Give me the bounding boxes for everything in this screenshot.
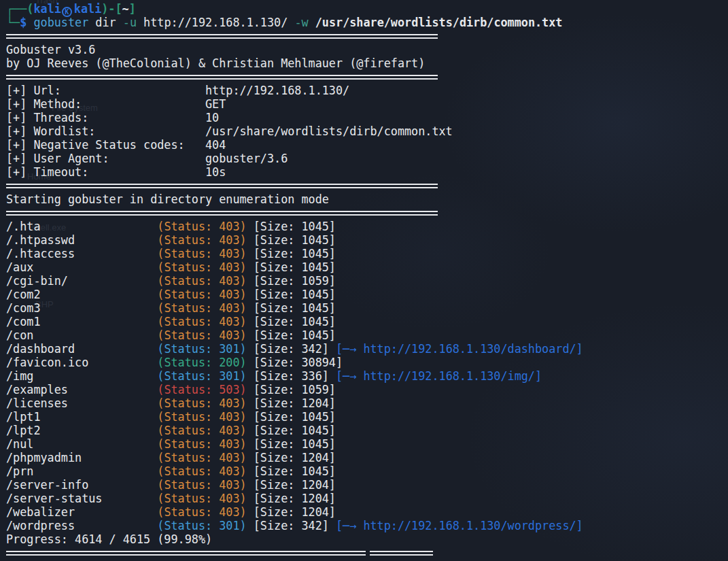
result-size: [Size: 336] <box>247 369 329 383</box>
scan-start-line: Starting gobuster in directory enumerati… <box>6 192 728 206</box>
desktop-background: { "colors": { "bg": "#191e28", "fg": "#e… <box>0 0 728 561</box>
prompt-segment: dir <box>88 16 123 29</box>
scan-option-line: [+] Threads: 10 <box>6 111 728 124</box>
scan-result-line: /nul (Status: 403) [Size: 1045] <box>6 437 728 451</box>
result-size: [Size: 1045] <box>247 315 336 328</box>
prompt-segment: kali <box>33 2 60 16</box>
result-status-badge: (Status: 503) <box>157 383 246 396</box>
prompt-segment <box>27 16 33 29</box>
gobuster-separator <box>6 546 728 560</box>
scan-result-line: /prn (Status: 403) [Size: 1045] <box>6 464 728 478</box>
prompt-segment: gobuster <box>33 16 88 29</box>
prompt-segment: ┌──( <box>6 2 33 16</box>
result-status-badge: (Status: 200) <box>157 356 246 369</box>
terminal-content[interactable]: ┌──(kaliKkali)-[~]└─$ gobuster dir -u ht… <box>0 0 728 561</box>
separator-rule <box>6 34 438 39</box>
scan-option: [+] User Agent: gobuster/3.6 <box>6 152 288 165</box>
gobuster-separator <box>6 29 728 43</box>
scan-result-line: /wordpress (Status: 301) [Size: 342] [─→… <box>6 519 728 532</box>
result-status-badge: (Status: 301) <box>157 519 246 532</box>
scan-result-line: /aux (Status: 403) [Size: 1045] <box>6 260 728 274</box>
result-path: /.hta <box>6 220 157 233</box>
result-status-badge: (Status: 403) <box>157 478 246 492</box>
result-size: [Size: 1204] <box>247 396 336 410</box>
result-size: [Size: 1045] <box>247 220 336 233</box>
result-size: [Size: 1059] <box>247 274 336 288</box>
scan-result-line: /phpmyadmin (Status: 403) [Size: 1204] <box>6 451 728 464</box>
result-status-badge: (Status: 403) <box>157 260 246 274</box>
scan-result-line: /webalizer (Status: 403) [Size: 1204] <box>6 505 728 519</box>
scan-option: [+] Method: GET <box>6 97 226 111</box>
result-redirect-url: [─→ http://192.168.1.130/dashboard/] <box>329 342 583 356</box>
result-status-badge: (Status: 301) <box>157 369 246 383</box>
scan-result-line: /.htaccess (Status: 403) [Size: 1045] <box>6 247 728 260</box>
result-size: [Size: 342] <box>247 519 329 532</box>
prompt-segment: -w <box>294 16 308 29</box>
prompt-segment: ~ <box>122 2 129 16</box>
result-size: [Size: 1045] <box>247 437 336 451</box>
prompt-segment: $ <box>20 16 27 29</box>
result-status-badge: (Status: 301) <box>157 342 246 356</box>
gobuster-separator <box>6 206 728 220</box>
result-path: /dashboard <box>6 342 157 356</box>
result-path: /webalizer <box>6 505 157 519</box>
scan-progress-line: Progress: 4614 / 4615 (99.98%) <box>6 532 728 546</box>
scan-result-line: /examples (Status: 503) [Size: 1059] <box>6 383 728 396</box>
result-status-badge: (Status: 403) <box>157 328 246 342</box>
result-redirect-url: [─→ http://192.168.1.130/wordpress/] <box>329 519 583 532</box>
scan-result-line: /com3 (Status: 403) [Size: 1045] <box>6 301 728 315</box>
scan-result-line: /.hta (Status: 403) [Size: 1045] <box>6 220 728 233</box>
gobuster-version: Gobuster v3.6 <box>6 43 95 56</box>
result-path: /server-info <box>6 478 157 492</box>
result-status-badge: (Status: 403) <box>157 492 246 505</box>
prompt-segment: )-[ <box>101 2 122 16</box>
result-size: [Size: 1045] <box>247 288 336 301</box>
separator-rule <box>6 211 438 216</box>
result-status-badge: (Status: 403) <box>157 410 246 424</box>
separator-rule <box>6 184 438 188</box>
scan-option: [+] Threads: 10 <box>6 111 219 124</box>
scan-option-line: [+] User Agent: gobuster/3.6 <box>6 152 728 165</box>
separator-rule <box>6 551 366 556</box>
result-size: [Size: 1204] <box>247 492 336 505</box>
result-path: /img <box>6 369 157 383</box>
shell-prompt-line2: └─$ gobuster dir -u http://192.168.1.130… <box>6 16 728 29</box>
result-status-badge: (Status: 403) <box>157 301 246 315</box>
prompt-segment: ] <box>129 2 136 16</box>
scan-result-line: /licenses (Status: 403) [Size: 1204] <box>6 396 728 410</box>
result-status-badge: (Status: 403) <box>157 505 246 519</box>
scan-result-line: /lpt2 (Status: 403) [Size: 1045] <box>6 424 728 437</box>
scan-option-line: [+] Url: http://192.168.1.130/ <box>6 84 728 97</box>
result-status-badge: (Status: 403) <box>157 247 246 260</box>
result-size: [Size: 1045] <box>247 424 336 437</box>
scan-result-line: /com2 (Status: 403) [Size: 1045] <box>6 288 728 301</box>
result-path: /examples <box>6 383 157 396</box>
gobuster-separator <box>6 70 728 84</box>
result-status-badge: (Status: 403) <box>157 464 246 478</box>
scan-option: [+] Url: http://192.168.1.130/ <box>6 84 349 97</box>
result-size: [Size: 1204] <box>247 478 336 492</box>
result-size: [Size: 30894] <box>247 356 343 369</box>
scan-option-line: [+] Negative Status codes: 404 <box>6 138 728 152</box>
shell-prompt-line1: ┌──(kaliKkali)-[~] <box>6 2 728 16</box>
scan-result-line: /.htpasswd (Status: 403) [Size: 1045] <box>6 233 728 247</box>
result-size: [Size: 1204] <box>247 451 336 464</box>
result-path: /.htpasswd <box>6 233 157 247</box>
scan-result-line: /server-info (Status: 403) [Size: 1204] <box>6 478 728 492</box>
scan-result-line: /img (Status: 301) [Size: 336] [─→ http:… <box>6 369 728 383</box>
result-size: [Size: 1045] <box>247 464 336 478</box>
result-path: /aux <box>6 260 157 274</box>
scan-progress: Progress: 4614 / 4615 (99.98%) <box>6 532 212 546</box>
result-path: /wordpress <box>6 519 157 532</box>
result-path: /nul <box>6 437 157 451</box>
result-path: /prn <box>6 464 157 478</box>
scan-option-line: [+] Method: GET <box>6 97 728 111</box>
result-size: [Size: 1045] <box>247 260 336 274</box>
result-status-badge: (Status: 403) <box>157 437 246 451</box>
scan-result-line: /server-status (Status: 403) [Size: 1204… <box>6 492 728 505</box>
prompt-segment: http://192.168.1.130/ <box>137 16 294 29</box>
scan-option-line: [+] Timeout: 10s <box>6 165 728 179</box>
separator-rule <box>6 75 438 80</box>
result-path: /.htaccess <box>6 247 157 260</box>
result-path: /com2 <box>6 288 157 301</box>
